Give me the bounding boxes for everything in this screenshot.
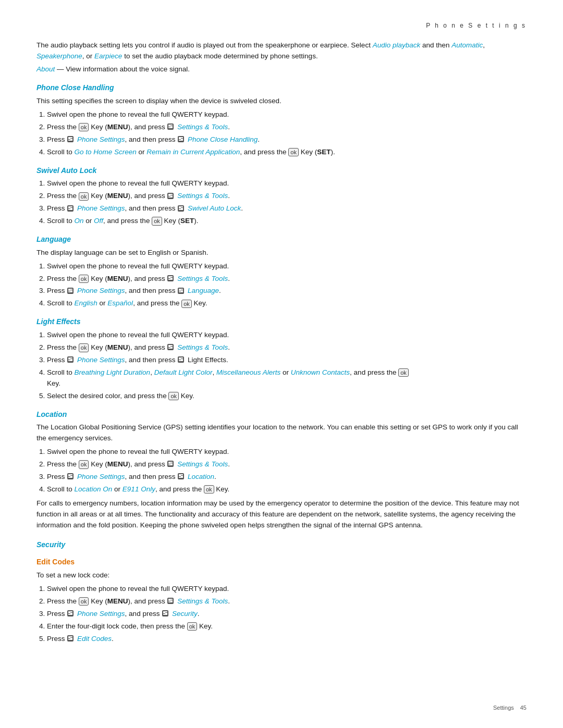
security-link[interactable]: Security (172, 610, 198, 618)
light-effects-steps: Swivel open the phone to reveal the full… (47, 330, 527, 402)
swivel-icon (177, 205, 185, 212)
settings-tools-icon4 (167, 343, 174, 351)
audio-playback-link[interactable]: Audio playback (373, 41, 421, 49)
e911-only-link[interactable]: E911 Only (123, 485, 155, 493)
svg-rect-28 (181, 208, 183, 209)
svg-rect-43 (181, 290, 183, 291)
english-link[interactable]: English (75, 299, 97, 307)
list-item: Swivel open the phone to reveal the full… (47, 330, 527, 341)
page-footer: Settings 45 (493, 704, 527, 712)
list-item: Enter the four-digit lock code, then pre… (47, 621, 527, 632)
svg-rect-33 (170, 278, 173, 279)
svg-rect-47 (170, 345, 173, 346)
list-item: Scroll to On or Off, and press the ok Ke… (47, 216, 527, 227)
key-icon5: ok (398, 368, 409, 377)
remain-current-link[interactable]: Remain in Current Application (146, 148, 240, 156)
list-item: Scroll to Location On or E911 Only, and … (47, 484, 527, 495)
edit-codes-link[interactable]: Edit Codes (77, 635, 112, 643)
settings-tools-link2[interactable]: Settings & Tools (177, 192, 228, 200)
svg-rect-6 (68, 137, 70, 139)
svg-rect-37 (70, 289, 72, 290)
language-steps: Swivel open the phone to reveal the full… (47, 261, 527, 310)
settings-tools-link6[interactable]: Settings & Tools (177, 597, 228, 605)
settings-tools-link5[interactable]: Settings & Tools (177, 460, 228, 468)
on-link[interactable]: On (75, 217, 84, 225)
svg-rect-3 (170, 126, 173, 127)
svg-rect-88 (165, 613, 167, 614)
svg-rect-94 (68, 639, 72, 640)
language-link[interactable]: Language (188, 287, 219, 294)
footer-settings-label: Settings (493, 704, 514, 712)
list-item: Swivel open the phone to reveal the full… (47, 109, 527, 120)
list-item: Press Phone Settings, and then press Loc… (47, 472, 527, 483)
go-to-home-link[interactable]: Go to Home Screen (75, 148, 137, 156)
phone-settings-link3[interactable]: Phone Settings (77, 287, 125, 294)
phone-close-handling-heading: Phone Close Handling (36, 82, 527, 94)
location-intro: The Location Global Positioning Service … (36, 422, 527, 444)
phone-settings-link5[interactable]: Phone Settings (77, 473, 125, 480)
svg-rect-73 (181, 476, 183, 477)
settings-tools-icon (167, 123, 174, 130)
list-item: Swivel open the phone to reveal the full… (47, 584, 527, 595)
set-key-icon: ok (288, 148, 299, 156)
list-item: Press the ok Key (MENU), and press Setti… (47, 596, 527, 607)
page-header: P h o n e S e t t i n g s (36, 21, 527, 31)
svg-rect-2 (170, 125, 173, 126)
location-link[interactable]: Location (188, 473, 214, 480)
svg-rect-21 (68, 206, 70, 208)
misc-alerts-link[interactable]: Miscellaneous Alerts (216, 368, 280, 376)
location-heading: Location (36, 409, 527, 421)
menu-key-icon3: ok (79, 275, 89, 283)
svg-rect-9 (68, 140, 72, 141)
unknown-contacts-link[interactable]: Unknown Contacts (291, 368, 350, 376)
svg-rect-46 (168, 345, 170, 347)
settings-tools-icon2 (167, 192, 174, 200)
list-item: Press Phone Settings, and then press Lan… (47, 286, 527, 297)
menu-key-icon6: ok (79, 597, 89, 606)
svg-rect-79 (168, 601, 173, 602)
svg-rect-7 (70, 137, 72, 138)
phone-close-icon (177, 135, 185, 143)
swivel-auto-lock-steps: Swivel open the phone to reveal the full… (47, 178, 527, 227)
settings-tools-link4[interactable]: Settings & Tools (177, 343, 228, 351)
swivel-auto-lock-link[interactable]: Swivel Auto Lock (188, 204, 241, 212)
default-light-color-link[interactable]: Default Light Color (154, 368, 213, 376)
breathing-light-link[interactable]: Breathing Light Duration (75, 368, 151, 376)
svg-rect-4 (168, 127, 173, 128)
phone-settings-icon (67, 135, 74, 143)
about-link[interactable]: About (36, 65, 55, 73)
svg-rect-57 (181, 357, 183, 359)
settings-tools-link[interactable]: Settings & Tools (177, 123, 228, 131)
espanol-link[interactable]: Español (107, 299, 133, 307)
svg-rect-13 (181, 139, 183, 140)
list-item: Press the ok Key (MENU), and press Setti… (47, 342, 527, 353)
key-icon7: ok (204, 485, 214, 493)
svg-rect-24 (68, 209, 72, 210)
phone-settings-icon5 (67, 473, 74, 480)
off-link[interactable]: Off (94, 217, 103, 225)
earpiece-link[interactable]: Earpiece (94, 52, 122, 60)
location-steps: Swivel open the phone to reveal the full… (47, 447, 527, 495)
settings-tools-link3[interactable]: Settings & Tools (177, 275, 228, 282)
footer-page-number: 45 (520, 704, 527, 712)
settings-tools-icon6 (167, 597, 174, 604)
automatic-link[interactable]: Automatic (451, 41, 483, 49)
svg-rect-54 (68, 360, 72, 361)
language-intro: The display language can be set to Engli… (36, 248, 527, 258)
phone-close-handling-intro: This setting specifies the screen to dis… (36, 96, 527, 107)
location-on-link[interactable]: Location On (75, 485, 113, 493)
phone-settings-link2[interactable]: Phone Settings (77, 204, 125, 212)
speakerphone-link[interactable]: Speakerphone (36, 52, 82, 60)
phone-settings-link4[interactable]: Phone Settings (77, 356, 125, 364)
phone-close-handling-link[interactable]: Phone Close Handling (188, 135, 258, 143)
list-item: Press the ok Key (MENU), and press Setti… (47, 274, 527, 285)
phone-close-handling-steps: Swivel open the phone to reveal the full… (47, 109, 527, 158)
phone-settings-link6[interactable]: Phone Settings (77, 610, 125, 618)
svg-rect-52 (70, 357, 72, 359)
svg-rect-67 (70, 474, 72, 475)
svg-rect-82 (70, 611, 72, 612)
svg-rect-84 (68, 614, 72, 615)
phone-settings-link1[interactable]: Phone Settings (77, 135, 125, 143)
svg-rect-66 (68, 474, 70, 476)
svg-rect-83 (70, 613, 72, 614)
